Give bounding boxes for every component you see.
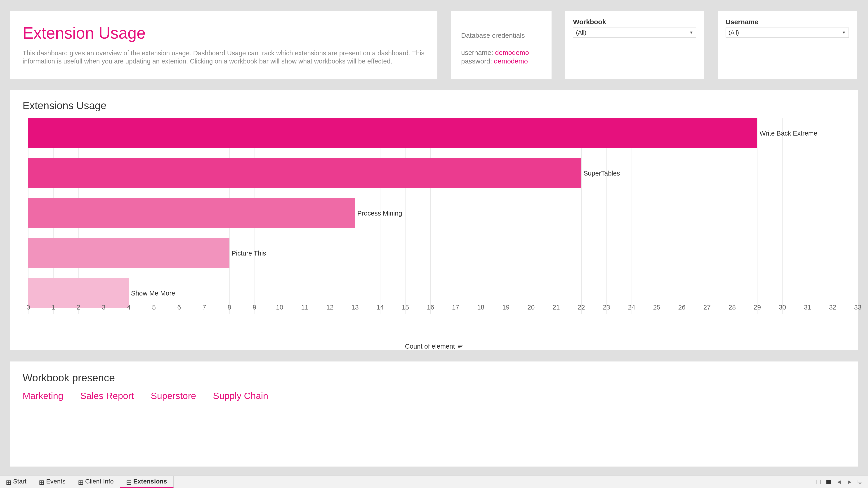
view-filmstrip-icon[interactable] [826, 479, 832, 485]
dashboard-icon [79, 479, 83, 484]
db-password-value: demodemo [494, 57, 528, 65]
chart-x-tick: 5 [152, 304, 156, 311]
chart-bar[interactable] [28, 198, 355, 228]
tabs-bar: StartEventsClient InfoExtensions ◀ ▶ [0, 476, 868, 488]
chart-x-tick: 22 [578, 304, 585, 311]
tab-label: Client Info [85, 478, 114, 485]
db-credentials-heading: Database credentials [461, 32, 541, 39]
chart-x-axis-text: Count of element [405, 343, 455, 350]
workbook-presence-item[interactable]: Supply Chain [213, 391, 268, 401]
db-credentials-panel: Database credentials username: demodemo … [451, 11, 552, 79]
workbook-filter-value: (All) [576, 29, 586, 36]
chevron-down-icon: ▼ [842, 30, 846, 35]
sort-desc-icon [458, 345, 463, 348]
next-button[interactable]: ▶ [846, 479, 852, 485]
chart-area: Write Back ExtremeSuperTablesProcess Min… [23, 119, 845, 317]
chart-x-tick: 18 [477, 304, 485, 311]
chart-x-tick: 8 [228, 304, 231, 311]
chart-x-tick: 3 [102, 304, 105, 311]
chart-x-tick: 16 [427, 304, 434, 311]
chart-x-tick: 1 [52, 304, 55, 311]
db-password-label: password: [461, 57, 494, 65]
workbook-presence-panel: Workbook presence MarketingSales ReportS… [10, 361, 858, 466]
chart-bar[interactable] [28, 158, 581, 188]
workbook-filter-label: Workbook [573, 18, 696, 26]
chart-x-tick: 10 [276, 304, 283, 311]
db-username-label: username: [461, 49, 495, 56]
chart-x-tick: 0 [26, 304, 30, 311]
chart-bar-label: Show Me More [131, 290, 175, 297]
chart-title: Extensions Usage [23, 99, 845, 111]
svg-rect-12 [858, 480, 862, 483]
username-filter-select[interactable]: (All) ▼ [725, 28, 849, 37]
chart-x-tick: 15 [402, 304, 409, 311]
chart-bar[interactable] [28, 238, 229, 268]
tab-extensions[interactable]: Extensions [120, 476, 174, 488]
chart-x-tick: 14 [377, 304, 384, 311]
chart-panel: Extensions Usage Write Back ExtremeSuper… [10, 90, 858, 350]
status-controls: ◀ ▶ [810, 476, 868, 488]
chart-x-tick: 24 [628, 304, 635, 311]
dashboard-icon [127, 479, 131, 484]
chart-x-tick: 19 [502, 304, 509, 311]
chart-x-tick: 33 [854, 304, 862, 311]
chart-bar-label: SuperTables [584, 170, 620, 177]
workbook-presence-title: Workbook presence [23, 372, 845, 384]
chart-bar-row[interactable]: Write Back Extreme [28, 119, 817, 148]
chart-bar-label: Write Back Extreme [760, 130, 817, 137]
chart-x-tick: 23 [603, 304, 610, 311]
chart-x-tick: 13 [351, 304, 359, 311]
workbook-presence-list: MarketingSales ReportSuperstoreSupply Ch… [23, 391, 845, 401]
db-password-line: password: demodemo [461, 57, 541, 66]
tab-start[interactable]: Start [0, 476, 33, 488]
chart-x-tick: 20 [527, 304, 535, 311]
chart-x-tick: 4 [127, 304, 131, 311]
username-filter-value: (All) [728, 29, 739, 36]
chart-x-tick: 32 [829, 304, 836, 311]
chart-x-tick: 27 [704, 304, 711, 311]
chart-bar-label: Process Mining [358, 210, 402, 217]
tab-events[interactable]: Events [33, 476, 72, 488]
gridline [833, 119, 833, 314]
chart-x-tick: 28 [728, 304, 736, 311]
chart-x-tick: 17 [452, 304, 459, 311]
db-username-line: username: demodemo [461, 48, 541, 57]
chart-x-tick: 31 [804, 304, 811, 311]
chart-x-tick: 30 [779, 304, 786, 311]
presentation-mode-icon[interactable] [857, 479, 863, 485]
chart-x-tick: 11 [301, 304, 308, 311]
tab-label: Start [13, 478, 26, 485]
chart-x-tick: 9 [253, 304, 256, 311]
workbook-presence-item[interactable]: Superstore [151, 391, 196, 401]
tab-label: Extensions [133, 478, 167, 485]
chart-bar[interactable] [28, 119, 757, 148]
dashboard-icon [6, 479, 11, 484]
db-username-value: demodemo [495, 49, 529, 56]
tab-label: Events [46, 478, 66, 485]
dashboard-icon [39, 479, 44, 484]
chart-plot[interactable]: Write Back ExtremeSuperTablesProcess Min… [28, 119, 858, 317]
workbook-presence-item[interactable]: Sales Report [80, 391, 134, 401]
chart-bar-row[interactable]: Picture This [28, 238, 266, 268]
username-filter-panel: Username (All) ▼ [718, 11, 857, 79]
page-title: Extension Usage [23, 24, 425, 42]
chart-x-axis-label: Count of element [405, 343, 463, 350]
chart-x-tick: 2 [76, 304, 80, 311]
chart-x-tick: 21 [553, 304, 560, 311]
workbook-filter-select[interactable]: (All) ▼ [573, 28, 696, 37]
chart-x-tick: 25 [653, 304, 660, 311]
header-panel: Extension Usage This dashboard gives an … [10, 11, 437, 79]
page-description: This dashboard gives an overview of the … [23, 49, 425, 66]
chart-bar-row[interactable]: Process Mining [28, 198, 402, 228]
workbook-presence-item[interactable]: Marketing [23, 391, 63, 401]
view-grid-icon[interactable] [815, 479, 822, 485]
chart-x-tick: 26 [678, 304, 685, 311]
chart-x-tick: 12 [326, 304, 333, 311]
chevron-down-icon: ▼ [689, 30, 693, 35]
username-filter-label: Username [725, 18, 849, 26]
prev-button[interactable]: ◀ [836, 479, 842, 485]
chart-x-tick: 29 [754, 304, 761, 311]
chart-bar-row[interactable]: SuperTables [28, 158, 620, 188]
chart-x-tick: 7 [202, 304, 206, 311]
tab-client-info[interactable]: Client Info [72, 476, 120, 488]
